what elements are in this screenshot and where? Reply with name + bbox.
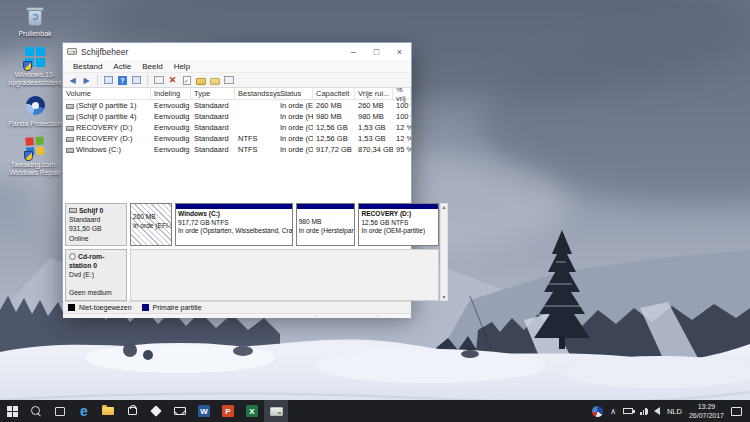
taskbar-store[interactable] — [120, 400, 144, 422]
desktop-icon-recycle-bin[interactable]: Prullenbak — [4, 4, 66, 38]
taskbar-clock[interactable]: 13:29 26/07/2017 — [689, 402, 724, 420]
partition-recovery-d[interactable]: RECOVERY (D:)12,56 GB NTFSIn orde (OEM-p… — [358, 203, 439, 246]
volume-row[interactable]: RECOVERY (D:) EenvoudigStandaard NTFSIn … — [63, 133, 411, 144]
store-icon — [128, 407, 137, 415]
volume-icon — [66, 115, 74, 120]
desktop: Prullenbak Windows 10-upgradeassistent P… — [0, 0, 750, 422]
recycle-bin-icon — [23, 4, 47, 28]
maximize-button[interactable]: □ — [365, 43, 388, 60]
cdrom-icon — [69, 253, 76, 260]
cdrom-label-panel[interactable]: Cd-rom-station 0 Dvd (E:) Geen medium — [65, 249, 127, 301]
properties-icon[interactable]: ✓ — [181, 75, 192, 86]
desktop-icon-label: Tweaking.com - Windows Repair — [4, 161, 66, 177]
disk-management-icon — [270, 407, 283, 416]
volume-icon — [66, 104, 74, 109]
language-indicator[interactable]: NLD — [667, 407, 682, 416]
volume-row[interactable]: (Schijf 0 partitie 1) EenvoudigStandaard… — [63, 100, 411, 111]
window-title: Schijfbeheer — [81, 47, 128, 57]
volume-row[interactable]: Windows (C:) EenvoudigStandaard NTFSIn o… — [63, 144, 411, 155]
windows-logo-icon — [23, 45, 47, 69]
action-menu-icon[interactable] — [153, 75, 164, 86]
edge-icon: e — [80, 404, 88, 418]
dropbox-icon — [150, 405, 161, 416]
help-icon[interactable]: ? — [117, 75, 128, 86]
hidden-icons-chevron-icon[interactable]: ∧ — [610, 407, 616, 416]
desktop-icon-label: Prullenbak — [4, 30, 66, 38]
taskbar-search-button[interactable] — [24, 400, 48, 422]
status-bar — [63, 313, 411, 318]
taskbar-file-explorer[interactable] — [96, 400, 120, 422]
desktop-icon-label: Panda Protection — [4, 120, 66, 128]
column-header[interactable]: Volume — [63, 88, 151, 99]
clock-time: 13:29 — [689, 402, 724, 411]
delete-icon[interactable]: ✕ — [167, 75, 178, 86]
close-button[interactable]: × — [388, 43, 411, 60]
taskbar-word[interactable]: W — [192, 400, 216, 422]
taskbar-excel[interactable]: X — [240, 400, 264, 422]
column-header[interactable]: Status — [277, 88, 313, 99]
console-pane-icon[interactable] — [131, 75, 142, 86]
toolbar: ◀ ▶ ? ✕ ✓ — [63, 73, 411, 88]
column-header[interactable]: Capaciteit — [313, 88, 355, 99]
toolbar-separator — [97, 75, 98, 85]
column-header[interactable]: Indeling — [151, 88, 191, 99]
disk-management-app-icon — [67, 48, 77, 55]
partition-recovery-980mb[interactable]: 980 MBIn orde (Herstelpar — [296, 203, 356, 246]
taskbar-powerpoint[interactable]: P — [216, 400, 240, 422]
taskbar-edge[interactable]: e — [72, 400, 96, 422]
taskbar-mail[interactable] — [168, 400, 192, 422]
minimize-button[interactable]: – — [342, 43, 365, 60]
folder-icon[interactable] — [195, 75, 206, 86]
column-header[interactable]: Vrije rui... — [355, 88, 393, 99]
vertical-scrollbar[interactable]: ▲ ▼ — [440, 203, 448, 301]
desktop-icon-label: Windows 10-upgradeassistent — [4, 71, 66, 87]
volume-icon — [66, 126, 74, 131]
task-view-button[interactable] — [48, 400, 72, 422]
cdrom-row: Cd-rom-station 0 Dvd (E:) Geen medium — [65, 249, 439, 301]
menu-bestand[interactable]: Bestand — [68, 62, 107, 71]
column-header[interactable]: Bestandssys... — [235, 88, 277, 99]
desktop-icon-list: Prullenbak Windows 10-upgradeassistent P… — [4, 4, 66, 184]
column-header[interactable]: % vrij — [393, 88, 411, 99]
forward-icon[interactable]: ▶ — [81, 75, 92, 86]
open-folder-icon[interactable] — [209, 75, 220, 86]
action-center-icon[interactable] — [731, 407, 742, 416]
battery-icon[interactable] — [623, 408, 633, 414]
scroll-up-icon[interactable]: ▲ — [442, 204, 447, 210]
primary-partition-legend-swatch — [142, 304, 149, 311]
word-icon: W — [198, 405, 210, 417]
menu-actie[interactable]: Actie — [108, 62, 136, 71]
desktop-icon-panda-protection[interactable]: Panda Protection — [4, 94, 66, 128]
legend-label: Primaire partitie — [153, 304, 202, 311]
desktop-icon-windows-upgrade[interactable]: Windows 10-upgradeassistent — [4, 45, 66, 87]
clock-date: 26/07/2017 — [689, 411, 724, 420]
legend-bar: Niet-toegewezen Primaire partitie — [63, 301, 411, 313]
menu-help[interactable]: Help — [169, 62, 195, 71]
scroll-down-icon[interactable]: ▼ — [442, 294, 447, 300]
taskbar-disk-management-active[interactable] — [264, 400, 288, 422]
partition-windows-c[interactable]: Windows (C:)917,72 GB NTFSIn orde (Opsta… — [175, 203, 293, 246]
file-explorer-icon — [102, 407, 114, 415]
taskbar-dropbox[interactable] — [144, 400, 168, 422]
mail-icon — [174, 407, 186, 415]
console-tree-icon[interactable] — [103, 75, 114, 86]
back-icon[interactable]: ◀ — [67, 75, 78, 86]
display-panel-icon[interactable] — [223, 75, 234, 86]
volume-icon[interactable] — [654, 407, 660, 415]
excel-icon: X — [246, 405, 258, 417]
partition-efi[interactable]: 260 MBIn orde (EFI-sy — [130, 203, 172, 246]
disk0-row: Schijf 0 Standaard 931,50 GB Online 260 … — [65, 203, 439, 246]
windows-repair-icon — [23, 135, 47, 159]
volume-row[interactable]: (Schijf 0 partitie 4) EenvoudigStandaard… — [63, 111, 411, 122]
menu-beeld[interactable]: Beeld — [137, 62, 167, 71]
toolbar-separator — [147, 75, 148, 85]
volume-row[interactable]: RECOVERY (D:) EenvoudigStandaard In orde… — [63, 122, 411, 133]
windows-start-icon — [7, 406, 18, 417]
start-button[interactable] — [0, 400, 24, 422]
column-header[interactable]: Type — [191, 88, 235, 99]
panda-tray-icon[interactable] — [592, 406, 603, 417]
disk-management-window: Schijfbeheer – □ × Bestand Actie Beeld H… — [62, 42, 412, 310]
title-bar[interactable]: Schijfbeheer – □ × — [63, 43, 411, 60]
disk0-label-panel[interactable]: Schijf 0 Standaard 931,50 GB Online — [65, 203, 127, 246]
desktop-icon-windows-repair[interactable]: Tweaking.com - Windows Repair — [4, 135, 66, 177]
